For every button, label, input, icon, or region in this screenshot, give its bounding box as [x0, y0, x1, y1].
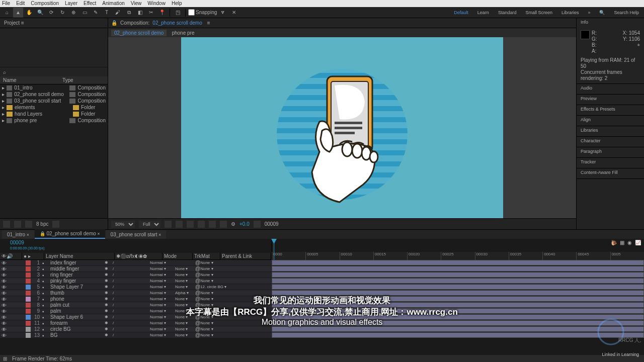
- layer-trkmat[interactable]: None ▾: [175, 333, 195, 337]
- snap-opt-icon[interactable]: ⛛: [218, 8, 228, 18]
- timeline-tab-1[interactable]: 🔒 02_phone scroll demo ×: [35, 229, 105, 239]
- layer-switches[interactable]: ✱ /: [105, 309, 150, 313]
- layer-row[interactable]: 👁6▪thumb✱ /Normal ▾Alpha ▾@None ▾: [0, 290, 272, 296]
- layer-bar[interactable]: [272, 278, 644, 284]
- layer-mode[interactable]: Normal ▾: [150, 303, 175, 307]
- layer-parent[interactable]: None ▾: [200, 309, 230, 313]
- col-type[interactable]: Type: [59, 76, 76, 84]
- layer-switches[interactable]: ✱ /: [105, 315, 150, 319]
- layer-trkmat[interactable]: None ▾: [175, 273, 195, 277]
- layer-name[interactable]: middle finger: [49, 266, 105, 272]
- layer-color-swatch[interactable]: [26, 285, 31, 290]
- workspace-more-icon[interactable]: »: [588, 10, 590, 15]
- comp-tab-close-icon[interactable]: ≡: [207, 20, 210, 26]
- project-item[interactable]: ▸phone preComposition: [0, 117, 108, 124]
- layer-bar[interactable]: [272, 260, 644, 265]
- layer-bar[interactable]: [272, 302, 644, 308]
- layer-parent[interactable]: None ▾: [200, 266, 230, 271]
- frame-blend-icon[interactable]: ▦: [620, 240, 624, 245]
- search-help-icon[interactable]: 🔍: [599, 10, 605, 15]
- layer-color-swatch[interactable]: [26, 327, 31, 332]
- mask-icon[interactable]: [187, 221, 194, 228]
- brush-tool-icon[interactable]: 🖌: [113, 8, 123, 18]
- selection-tool-icon[interactable]: ▲: [13, 8, 23, 18]
- layer-color-swatch[interactable]: [26, 315, 31, 320]
- home-icon[interactable]: ⌂: [2, 8, 12, 18]
- layer-mode[interactable]: Normal ▾: [150, 279, 175, 283]
- pickwhip-icon[interactable]: @: [195, 302, 200, 308]
- menu-edit[interactable]: Edit: [16, 1, 25, 7]
- orbit-tool-icon[interactable]: ⟳: [46, 8, 56, 18]
- motion-blur-icon[interactable]: ◉: [627, 240, 632, 245]
- pickwhip-icon[interactable]: @: [195, 296, 200, 302]
- time-ruler[interactable]: 0000000050001000015000200002500030000350…: [272, 252, 644, 260]
- layer-bar[interactable]: [272, 308, 644, 314]
- layer-mode[interactable]: Normal ▾: [150, 266, 175, 271]
- layer-name[interactable]: thumb: [49, 290, 105, 296]
- project-item[interactable]: ▸elementsFolder: [0, 104, 108, 111]
- project-item[interactable]: ▸01_introComposition: [0, 84, 108, 91]
- timecode[interactable]: 00009: [0, 239, 271, 246]
- layer-bar[interactable]: [272, 314, 644, 320]
- layer-parent[interactable]: 12. circle BG ▾: [200, 285, 230, 289]
- exposure-value[interactable]: +0.0: [239, 221, 250, 227]
- layer-row[interactable]: 👁9▪palm✱ /Normal ▾None ▾@None ▾: [0, 308, 272, 314]
- layer-mode[interactable]: Normal ▾: [150, 297, 175, 301]
- menu-file[interactable]: File: [2, 1, 10, 7]
- workspace-learn[interactable]: Learn: [477, 10, 489, 15]
- timeline-tab-0[interactable]: 01_intro ×: [2, 230, 34, 239]
- pickwhip-icon[interactable]: @: [195, 266, 200, 272]
- pickwhip-icon[interactable]: @: [195, 284, 200, 290]
- layer-trkmat[interactable]: None ▾: [175, 321, 195, 325]
- layer-switches[interactable]: ✱ /: [105, 273, 150, 277]
- layer-parent[interactable]: None ▾: [200, 297, 230, 301]
- timeline-tab-2[interactable]: 03_phone scroll start ×: [106, 230, 167, 239]
- layer-parent[interactable]: None ▾: [200, 321, 230, 325]
- pen-tool-icon[interactable]: ✎: [91, 8, 101, 18]
- layer-trkmat[interactable]: None ▾: [175, 279, 195, 283]
- roto-tool-icon[interactable]: ✂: [146, 8, 156, 18]
- layer-switches[interactable]: ✱ /: [105, 291, 150, 295]
- project-search[interactable]: ⌕: [0, 67, 108, 76]
- visibility-icon[interactable]: 👁: [2, 273, 7, 278]
- layer-parent[interactable]: None ▾: [200, 327, 230, 331]
- layer-switches[interactable]: ✱ /: [105, 321, 150, 325]
- layer-color-swatch[interactable]: [26, 273, 31, 278]
- layer-parent[interactable]: None ▾: [200, 333, 230, 337]
- layer-parent[interactable]: None ▾: [200, 279, 230, 283]
- composition-viewer[interactable]: [108, 37, 576, 218]
- layer-name[interactable]: Shape Layer 6: [49, 314, 105, 320]
- pickwhip-icon[interactable]: @: [195, 308, 200, 314]
- rect-tool-icon[interactable]: ▭: [79, 8, 90, 18]
- grid-icon[interactable]: [165, 221, 172, 228]
- layer-name[interactable]: Shape Layer 7: [49, 284, 105, 290]
- roi-icon[interactable]: [198, 221, 205, 228]
- menu-help[interactable]: Help: [172, 1, 182, 7]
- menu-composition[interactable]: Composition: [31, 1, 59, 7]
- layer-color-swatch[interactable]: [26, 321, 31, 326]
- clone-tool-icon[interactable]: ⧉: [124, 8, 134, 18]
- layer-row[interactable]: 👁11▪forearm✱ /Normal ▾None ▾@None ▾: [0, 320, 272, 326]
- layer-trkmat[interactable]: Alpha ▾: [175, 291, 195, 295]
- effects-presets-panel[interactable]: Effects & Presets: [577, 105, 644, 115]
- pickwhip-icon[interactable]: @: [195, 314, 200, 320]
- layer-row[interactable]: 👁1▪index finger✱ /Normal ▾@None ▾: [0, 260, 272, 266]
- visibility-icon[interactable]: 👁: [2, 285, 7, 290]
- new-comp-icon[interactable]: [14, 221, 21, 228]
- visibility-icon[interactable]: 👁: [2, 297, 7, 302]
- eraser-tool-icon[interactable]: ◧: [135, 8, 145, 18]
- tracker-panel[interactable]: Tracker: [577, 158, 644, 168]
- layer-mode[interactable]: Normal ▾: [150, 321, 175, 325]
- layer-row[interactable]: 👁12▪circle BG✱ /Normal ▾None ▾@None ▾: [0, 326, 272, 332]
- menu-view[interactable]: View: [131, 1, 142, 7]
- hand-tool-icon[interactable]: ✋: [24, 8, 34, 18]
- paragraph-panel[interactable]: Paragraph: [577, 147, 644, 157]
- layer-switches[interactable]: ✱ /: [105, 285, 150, 289]
- project-item[interactable]: ▸02_phone scroll demoComposition: [0, 91, 108, 98]
- layer-switches[interactable]: ✱ /: [105, 297, 150, 301]
- search-help[interactable]: Search Help: [614, 10, 639, 15]
- layer-mode[interactable]: Normal ▾: [150, 273, 175, 277]
- layer-row[interactable]: 👁8▪palm cut✱ /Normal ▾None ▾@None ▾: [0, 302, 272, 308]
- layer-trkmat[interactable]: None ▾: [175, 266, 195, 271]
- playhead[interactable]: [274, 239, 274, 260]
